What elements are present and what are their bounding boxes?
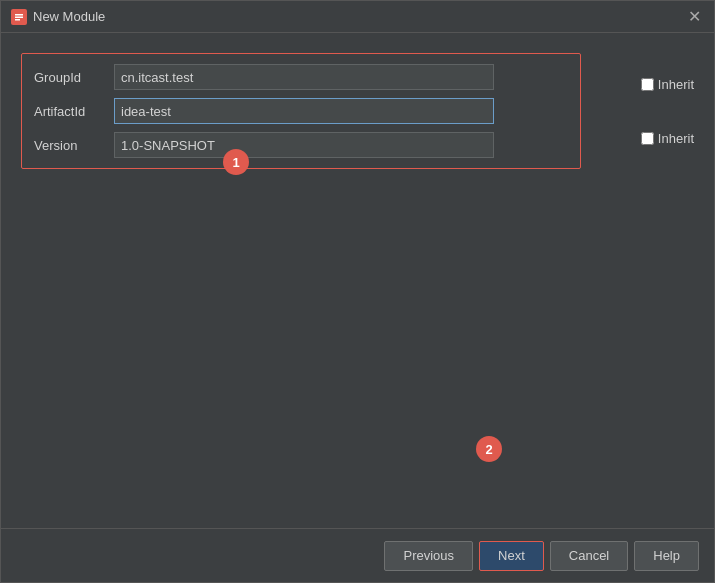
badge-2: 2 — [476, 436, 502, 462]
form-section: GroupId ArtifactId Version — [21, 53, 581, 169]
dialog-title: New Module — [33, 9, 105, 24]
groupid-row: GroupId — [34, 64, 568, 90]
svg-rect-2 — [15, 16, 23, 18]
inherit-groupid-checkbox[interactable] — [641, 78, 654, 91]
groupid-label: GroupId — [34, 70, 106, 85]
artifactid-input[interactable] — [114, 98, 494, 124]
version-label: Version — [34, 138, 106, 153]
cancel-button[interactable]: Cancel — [550, 541, 628, 571]
inherit-version-label: Inherit — [658, 131, 694, 146]
artifactid-row: ArtifactId — [34, 98, 568, 124]
title-bar-left: New Module — [11, 9, 105, 25]
badge-1: 1 — [223, 149, 249, 175]
artifactid-label: ArtifactId — [34, 104, 106, 119]
inherit-groupid-label: Inherit — [658, 77, 694, 92]
inherit-groupid-row: Inherit — [641, 77, 694, 92]
version-input[interactable] — [114, 132, 494, 158]
footer: Previous Next Cancel Help — [1, 528, 714, 582]
svg-rect-3 — [15, 19, 20, 21]
version-row: Version — [34, 132, 568, 158]
title-bar: New Module ✕ — [1, 1, 714, 33]
inherit-version-checkbox[interactable] — [641, 132, 654, 145]
svg-rect-1 — [15, 14, 23, 16]
dialog-icon — [11, 9, 27, 25]
next-button[interactable]: Next — [479, 541, 544, 571]
new-module-dialog: New Module ✕ Inherit Inherit GroupId Art… — [0, 0, 715, 583]
help-button[interactable]: Help — [634, 541, 699, 571]
previous-button[interactable]: Previous — [384, 541, 473, 571]
inherit-version-row: Inherit — [641, 131, 694, 146]
close-button[interactable]: ✕ — [684, 7, 704, 27]
dialog-content: Inherit Inherit GroupId ArtifactId Versi… — [1, 33, 714, 528]
groupid-input[interactable] — [114, 64, 494, 90]
